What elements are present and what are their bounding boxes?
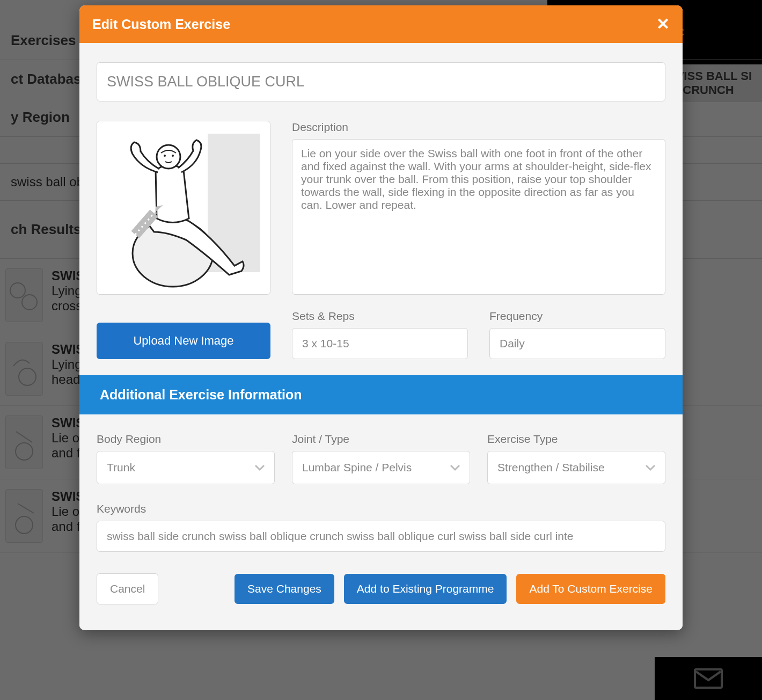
- svg-point-8: [157, 145, 180, 169]
- cancel-button[interactable]: Cancel: [97, 573, 158, 604]
- exercise-type-select[interactable]: Strengthen / Stabilise: [487, 451, 665, 484]
- description-textarea[interactable]: [292, 139, 665, 295]
- keywords-input[interactable]: [97, 521, 665, 552]
- keywords-label: Keywords: [97, 502, 665, 515]
- add-existing-programme-button[interactable]: Add to Existing Programme: [344, 574, 507, 604]
- save-button[interactable]: Save Changes: [235, 574, 334, 604]
- add-custom-exercise-button[interactable]: Add To Custom Exercise: [516, 574, 665, 604]
- modal-title: Edit Custom Exercise: [92, 17, 230, 32]
- joint-type-select[interactable]: Lumbar Spine / Pelvis: [292, 451, 470, 484]
- close-icon[interactable]: ✕: [656, 16, 670, 32]
- body-region-label: Body Region: [97, 433, 275, 446]
- edit-exercise-modal: Edit Custom Exercise ✕: [79, 5, 683, 630]
- svg-point-9: [164, 155, 166, 157]
- exercise-type-label: Exercise Type: [487, 433, 665, 446]
- frequency-input[interactable]: [489, 328, 665, 359]
- upload-image-button[interactable]: Upload New Image: [97, 323, 270, 359]
- joint-type-label: Joint / Type: [292, 433, 470, 446]
- modal-header: Edit Custom Exercise ✕: [79, 5, 683, 43]
- exercise-image-preview: [97, 121, 270, 295]
- frequency-label: Frequency: [489, 310, 665, 323]
- body-region-select[interactable]: Trunk: [97, 451, 275, 484]
- sets-reps-input[interactable]: [292, 328, 468, 359]
- svg-point-10: [172, 155, 174, 157]
- sets-reps-label: Sets & Reps: [292, 310, 468, 323]
- additional-info-header: Additional Exercise Information: [79, 375, 683, 414]
- description-label: Description: [292, 121, 665, 134]
- exercise-name-input[interactable]: [97, 62, 665, 101]
